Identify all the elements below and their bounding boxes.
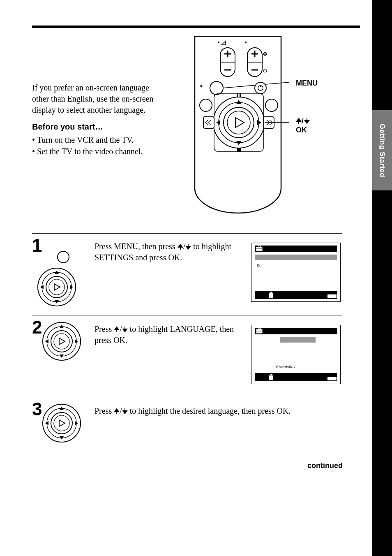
svg-rect-43 (269, 375, 273, 380)
remote-illustration (187, 36, 289, 225)
page: Getting Started If you prefer an on-scre… (0, 0, 392, 556)
svg-rect-20 (237, 148, 241, 152)
divider (32, 397, 342, 397)
toolbox-icon (256, 328, 263, 334)
intro-paragraph: If you prefer an on-screen language othe… (32, 82, 168, 116)
divider (32, 233, 342, 234)
svg-point-31 (49, 279, 65, 295)
step3-text: Press / to highlight the desired languag… (95, 405, 333, 417)
top-rule (32, 25, 360, 28)
down-arrow-icon (122, 326, 128, 333)
step1-control-icon (36, 246, 81, 316)
svg-point-9 (210, 81, 223, 95)
continued-label: continued (307, 461, 343, 470)
svg-point-17 (227, 111, 250, 134)
step2-text: Press / to highlight LANGUAGE, then pres… (95, 324, 238, 346)
remote-label-menu: MENU (296, 79, 318, 88)
up-arrow-icon (114, 326, 120, 333)
step1-text: Press MENU, then press / to highlight SE… (95, 241, 238, 263)
osd-screenshot-2: EΛΛHNIKA (251, 325, 341, 384)
svg-point-8 (201, 85, 203, 87)
svg-rect-41 (258, 328, 261, 330)
svg-point-4 (218, 42, 219, 43)
up-arrow-icon (178, 243, 183, 250)
step3-control-icon (41, 403, 82, 444)
nav-icon (268, 292, 274, 298)
remote-label-arrows: / (296, 117, 310, 125)
toolbox-icon (256, 246, 263, 251)
svg-text:/: / (302, 117, 304, 125)
down-arrow-icon (185, 243, 191, 250)
remote-label-ok: OK (296, 126, 307, 134)
osd-cursor-icon (257, 264, 261, 269)
svg-point-27 (58, 251, 69, 263)
svg-point-24 (265, 99, 278, 111)
before-you-start: Before you start… • Turn on the VCR and … (32, 122, 168, 157)
svg-point-11 (255, 82, 266, 94)
svg-point-5 (245, 42, 247, 43)
before-item: • Set the TV to the video channel. (32, 146, 168, 157)
section-tab: Getting Started (372, 110, 392, 190)
svg-point-47 (54, 415, 69, 431)
step-number: 3 (32, 399, 42, 419)
svg-rect-18 (237, 93, 238, 97)
svg-point-23 (200, 99, 212, 111)
osd-language-greek: EΛΛHNIKA (276, 365, 295, 369)
down-arrow-icon (122, 408, 128, 415)
step-number: 2 (32, 317, 42, 338)
svg-rect-33 (258, 246, 261, 248)
before-item: • Turn on the VCR and the TV. (32, 134, 168, 146)
section-tab-label: Getting Started (378, 123, 386, 177)
right-black-strip (372, 0, 392, 556)
before-title: Before you start… (32, 122, 168, 132)
step2-control-icon (41, 321, 82, 362)
svg-point-39 (54, 334, 69, 349)
up-arrow-icon (114, 408, 120, 415)
nav-icon (268, 374, 274, 380)
up-down-arrows-icon: / (296, 117, 310, 125)
svg-rect-35 (269, 293, 273, 298)
osd-screenshot-1 (251, 243, 341, 302)
svg-rect-19 (240, 93, 241, 97)
